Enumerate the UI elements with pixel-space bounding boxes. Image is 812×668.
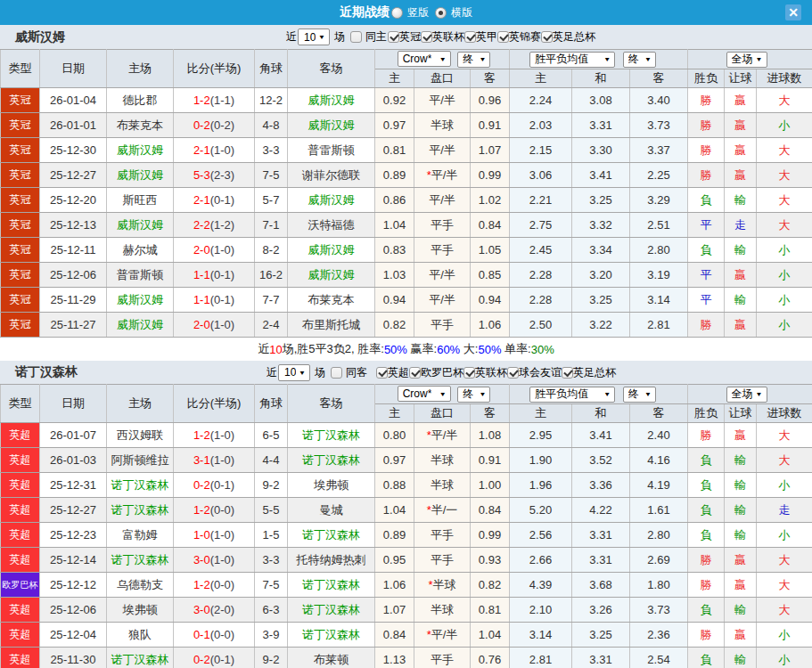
same-venue-checkbox[interactable] bbox=[350, 31, 362, 43]
cell-result: 負 bbox=[688, 523, 725, 548]
cell-odds-home: 0.83 bbox=[375, 238, 414, 263]
col-header-goals: 进球数 bbox=[757, 69, 812, 88]
layout-radio-horizontal[interactable] bbox=[435, 7, 447, 19]
cell-mean-away: 2.40 bbox=[630, 423, 688, 448]
handicap-text: 半球 bbox=[431, 603, 454, 616]
cell-goals-result: 大 bbox=[757, 423, 812, 448]
cell-handicap: 半球 bbox=[414, 473, 471, 498]
cell-corners: 6-5 bbox=[255, 423, 288, 448]
league-checkbox[interactable] bbox=[388, 31, 399, 43]
cell-score: 2-1(1-0) bbox=[174, 138, 255, 163]
cell-odds-home: 1.06 bbox=[375, 573, 414, 598]
col-header-mean-home: 主 bbox=[510, 69, 572, 88]
mean-group-header: 胜平负均值▼ 终▼ bbox=[510, 385, 688, 404]
cell-odds-home: 0.97 bbox=[375, 113, 414, 138]
cell-handicap-result: 輸 bbox=[725, 238, 757, 263]
cell-league: 欧罗巴杯 bbox=[1, 573, 40, 598]
match-row: 英冠 26-01-04 德比郡 1-2(1-1) 12-2 威斯汉姆 0.92 … bbox=[1, 88, 812, 113]
cell-result: 負 bbox=[688, 188, 725, 213]
cell-result: 負 bbox=[688, 448, 725, 473]
cell-away-team: 威斯汉姆 bbox=[288, 88, 375, 113]
league-checkbox[interactable] bbox=[463, 367, 475, 379]
cell-home-team: 赫尔城 bbox=[107, 238, 174, 263]
recent-prefix-label: 近 bbox=[267, 365, 277, 380]
table-header-row-groups: 类型 日期 主场 比分(半场) 角球 客场 Crow*▼ 终▼ 胜平负均值▼ 终… bbox=[1, 385, 812, 404]
league-checkbox[interactable] bbox=[376, 367, 388, 379]
cell-handicap: 半球 bbox=[414, 448, 471, 473]
match-row: 英超 25-12-14 诺丁汉森林 3-0(1-0) 3-3 托特纳姆热刺 0.… bbox=[1, 548, 812, 573]
scope-select[interactable]: 全场▼ bbox=[726, 52, 767, 68]
mean-group-header: 胜平负均值▼ 终▼ bbox=[510, 50, 688, 69]
cell-home-team: 乌德勒支 bbox=[107, 573, 174, 598]
odds-group-header: Crow*▼ 终▼ bbox=[375, 385, 510, 404]
mean-odds-select[interactable]: 胜平负均值▼ bbox=[529, 387, 615, 403]
cell-mean-draw: 4.22 bbox=[572, 498, 630, 523]
cell-away-team: 威斯汉姆 bbox=[288, 263, 375, 288]
cell-mean-away: 3.40 bbox=[630, 88, 688, 113]
cell-score: 1-2(1-0) bbox=[174, 423, 255, 448]
dropdown-arrow-icon: ▼ bbox=[603, 391, 611, 398]
col-header-odds-home: 主 bbox=[375, 404, 414, 423]
scope-select[interactable]: 全场▼ bbox=[726, 387, 767, 403]
cell-date: 25-12-27 bbox=[40, 163, 107, 188]
mean-time-select[interactable]: 终▼ bbox=[623, 52, 656, 68]
close-button[interactable]: ✕ bbox=[785, 4, 801, 20]
cell-date: 26-01-03 bbox=[40, 448, 107, 473]
league-checkbox[interactable] bbox=[562, 367, 573, 379]
cell-mean-home: 2.66 bbox=[510, 548, 572, 573]
match-count-select[interactable]: 10▼ bbox=[278, 364, 310, 381]
cell-score: 0-1(0-0) bbox=[174, 623, 255, 648]
same-venue-checkbox[interactable] bbox=[331, 367, 342, 379]
mean-odds-select[interactable]: 胜平负均值▼ bbox=[529, 52, 615, 68]
league-checkbox[interactable] bbox=[409, 367, 421, 379]
cell-home-team: 威斯汉姆 bbox=[107, 313, 174, 338]
layout-radio-vertical[interactable] bbox=[391, 7, 403, 19]
cell-corners: 4-4 bbox=[255, 448, 288, 473]
cell-away-team: 诺丁汉森林 bbox=[288, 523, 375, 548]
matches-table: 类型 日期 主场 比分(半场) 角球 客场 Crow*▼ 终▼ 胜平负均值▼ 终… bbox=[0, 49, 812, 338]
cell-away-team: 曼城 bbox=[288, 498, 375, 523]
cell-score: 3-1(1-0) bbox=[174, 448, 255, 473]
cell-odds-home: 0.89 bbox=[375, 163, 414, 188]
cell-goals-result: 小 bbox=[757, 263, 812, 288]
league-checkbox[interactable] bbox=[497, 31, 509, 43]
cell-odds-away: 0.81 bbox=[471, 598, 510, 623]
cell-goals-result: 大 bbox=[757, 138, 812, 163]
cell-odds-home: 0.95 bbox=[375, 548, 414, 573]
odds-time-select[interactable]: 终▼ bbox=[457, 387, 490, 403]
league-checkbox[interactable] bbox=[507, 367, 519, 379]
odds-group-header: Crow*▼ 终▼ bbox=[375, 50, 510, 69]
cell-mean-home: 2.56 bbox=[510, 523, 572, 548]
cell-odds-home: 0.82 bbox=[375, 313, 414, 338]
panel-title: 近期战绩 bbox=[340, 4, 390, 20]
layout-radio-vertical-label: 竖版 bbox=[407, 5, 429, 20]
cell-away-team: 布里斯托城 bbox=[288, 313, 375, 338]
cell-handicap-result: 贏 bbox=[725, 88, 757, 113]
cell-away-team: 谢菲尔德联 bbox=[288, 163, 375, 188]
league-filter-item: 英联杯 bbox=[463, 365, 507, 380]
match-count-select[interactable]: 10▼ bbox=[298, 29, 330, 45]
cell-corners: 8-2 bbox=[255, 238, 288, 263]
cell-mean-away: 2.81 bbox=[630, 313, 688, 338]
bookmaker-select[interactable]: Crow*▼ bbox=[398, 386, 451, 402]
league-checkbox[interactable] bbox=[421, 31, 432, 43]
cell-mean-away: 2.36 bbox=[630, 623, 688, 648]
league-checkbox[interactable] bbox=[541, 31, 553, 43]
cell-handicap: *平/半 bbox=[414, 163, 471, 188]
mean-time-select[interactable]: 终▼ bbox=[623, 387, 656, 403]
cell-handicap-result: 贏 bbox=[725, 163, 757, 188]
cell-score: 2-1(0-1) bbox=[174, 188, 255, 213]
cell-mean-home: 4.39 bbox=[510, 573, 572, 598]
col-header-score: 比分(半场) bbox=[174, 385, 255, 423]
league-filter-item: 英联杯 bbox=[421, 29, 464, 45]
cell-home-team: 威斯汉姆 bbox=[107, 213, 174, 238]
league-checkbox-label: 英联杯 bbox=[432, 29, 464, 45]
handicap-text: 平/半 bbox=[429, 293, 455, 306]
cell-mean-away: 2.51 bbox=[630, 213, 688, 238]
handicap-text: 半球 bbox=[431, 478, 454, 492]
cell-odds-home: 0.86 bbox=[375, 188, 414, 213]
bookmaker-select[interactable]: Crow*▼ bbox=[398, 51, 451, 67]
cell-odds-home: 0.80 bbox=[375, 423, 414, 448]
league-checkbox[interactable] bbox=[464, 31, 476, 43]
odds-time-select[interactable]: 终▼ bbox=[457, 52, 490, 68]
